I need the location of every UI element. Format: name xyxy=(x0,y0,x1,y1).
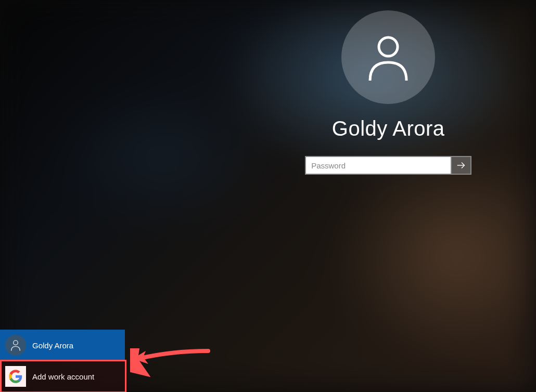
account-label: Goldy Arora xyxy=(32,341,73,350)
account-item-add-work[interactable]: Add work account xyxy=(0,361,125,392)
google-icon xyxy=(8,369,23,384)
account-item-current-user[interactable]: Goldy Arora xyxy=(0,330,125,361)
username-display: Goldy Arora xyxy=(332,117,445,140)
user-avatar-large xyxy=(341,10,435,104)
svg-point-1 xyxy=(14,341,18,345)
arrow-right-icon xyxy=(455,160,467,171)
password-row xyxy=(305,156,471,175)
password-input[interactable] xyxy=(305,156,451,175)
user-avatar-small xyxy=(5,335,26,356)
account-switcher: Goldy Arora Add work account xyxy=(0,330,125,392)
user-icon xyxy=(9,339,22,351)
submit-button[interactable] xyxy=(451,156,471,175)
svg-point-0 xyxy=(379,37,398,56)
google-icon-container xyxy=(5,366,26,387)
login-panel: Goldy Arora xyxy=(289,10,487,175)
account-label: Add work account xyxy=(32,372,94,381)
user-icon xyxy=(362,31,414,83)
